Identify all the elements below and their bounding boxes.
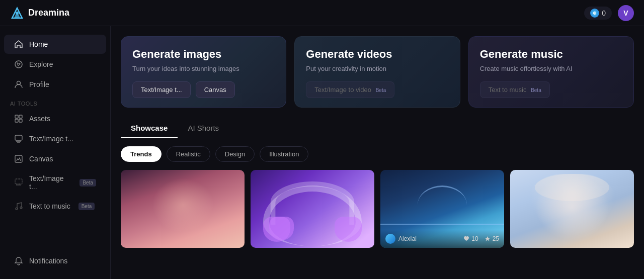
sidebar-item-text-image[interactable]: Text/Image t... [4, 129, 106, 148]
filter-row: Trends Realistic Design Illustration [121, 146, 634, 162]
images-card-title: Generate images [132, 48, 275, 61]
sidebar-profile-label: Profile [29, 80, 49, 88]
gallery-item-1[interactable] [121, 170, 245, 248]
topbar-right: ⊕ 0 V [584, 5, 634, 21]
text-to-music-button[interactable]: Text to music Beta [480, 81, 550, 98]
sidebar-canvas-label: Canvas [29, 155, 53, 163]
text-to-video-button[interactable]: Text/Image to video Beta [306, 81, 394, 98]
images-card-buttons: Text/Image t... Canvas [132, 81, 275, 98]
music-card-title: Generate music [480, 48, 622, 61]
svg-rect-8 [19, 119, 22, 122]
profile-icon [14, 80, 23, 89]
music-card-desc: Create music effortlessly with AI [480, 65, 622, 72]
topbar: Dreamina ⊕ 0 V [0, 0, 644, 26]
videos-card-desc: Put your creativity in motion [306, 65, 448, 72]
text-image2-icon [14, 178, 23, 187]
explore-icon [14, 60, 23, 69]
sidebar: Home Explore Profile AI tools [0, 26, 111, 279]
feature-card-videos: Generate videos Put your creativity in m… [294, 36, 460, 108]
gallery-item-2[interactable] [251, 170, 374, 248]
gallery-overlay-3: AlexIai 10 25 [380, 230, 504, 248]
videos-card-title: Generate videos [306, 48, 448, 61]
filter-illustration[interactable]: Illustration [260, 146, 308, 162]
sidebar-item-notifications[interactable]: Notifications [4, 251, 106, 270]
svg-rect-9 [15, 135, 22, 140]
text-image-beta-badge: Beta [79, 179, 96, 187]
sidebar-text-image-label: Text/Image t... [29, 135, 73, 143]
coin-icon: ⊕ [590, 9, 599, 18]
gallery-stars: 25 [485, 235, 499, 242]
filter-realistic[interactable]: Realistic [167, 146, 210, 162]
sidebar-text-image2-label: Text/Image t... [29, 174, 71, 191]
svg-rect-5 [15, 115, 18, 118]
sidebar-item-canvas[interactable]: Canvas [4, 149, 106, 168]
sidebar-item-explore[interactable]: Explore [4, 55, 106, 74]
main-layout: Home Explore Profile AI tools [0, 26, 644, 279]
gallery-likes: 10 [463, 235, 478, 242]
filter-trends[interactable]: Trends [121, 146, 162, 162]
gallery-item-3[interactable]: AlexIai 10 25 [380, 170, 504, 248]
gallery-grid: AlexIai 10 25 [121, 170, 634, 248]
svg-point-13 [20, 207, 22, 209]
sidebar-notifications-label: Notifications [29, 257, 67, 265]
logo-icon [10, 6, 24, 20]
filter-design[interactable]: Design [215, 146, 255, 162]
heart-icon [463, 236, 469, 242]
svg-rect-11 [15, 179, 22, 184]
feature-cards: Generate images Turn your ideas into stu… [121, 36, 634, 108]
videos-card-buttons: Text/Image to video Beta [306, 81, 448, 98]
home-icon [14, 40, 23, 49]
text-music-beta-badge: Beta [78, 203, 95, 210]
star-icon [485, 236, 491, 242]
svg-rect-7 [15, 119, 18, 122]
sidebar-text-music-label: Text to music [29, 202, 70, 210]
music-icon [14, 202, 23, 211]
sidebar-item-assets[interactable]: Assets [4, 109, 106, 128]
music-card-buttons: Text to music Beta [480, 81, 622, 98]
svg-point-3 [15, 61, 22, 68]
sidebar-item-text-image-beta[interactable]: Text/Image t... Beta [4, 169, 106, 196]
sidebar-item-text-music[interactable]: Text to music Beta [4, 197, 106, 216]
svg-point-12 [16, 208, 18, 210]
text-image-button[interactable]: Text/Image t... [132, 81, 191, 98]
logo[interactable]: Dreamina [10, 6, 69, 20]
avatar[interactable]: V [618, 5, 634, 21]
coin-count: 0 [602, 9, 606, 17]
sidebar-item-home[interactable]: Home [4, 35, 106, 54]
tab-showcase[interactable]: Showcase [121, 120, 178, 138]
svg-rect-10 [15, 155, 22, 162]
text-image-icon [14, 134, 23, 143]
feature-card-music: Generate music Create music effortlessly… [468, 36, 634, 108]
assets-icon [14, 114, 23, 123]
content-area: Generate images Turn your ideas into stu… [111, 26, 644, 279]
sidebar-assets-label: Assets [29, 115, 50, 123]
sidebar-section-label: AI tools [0, 95, 110, 109]
svg-rect-6 [19, 115, 22, 118]
showcase-tabs: Showcase AI Shorts [121, 120, 634, 138]
gallery-item-4[interactable] [510, 170, 634, 248]
canvas-button[interactable]: Canvas [196, 81, 235, 98]
canvas-icon [14, 154, 23, 163]
tab-ai-shorts[interactable]: AI Shorts [178, 120, 229, 138]
sidebar-home-label: Home [29, 40, 48, 48]
svg-point-2 [16, 12, 19, 15]
images-card-desc: Turn your ideas into stunning images [132, 65, 275, 72]
gallery-avatar-3 [385, 234, 395, 244]
gallery-stats-3: 10 25 [463, 235, 499, 242]
gallery-user-3: AlexIai [385, 234, 417, 244]
feature-card-images: Generate images Turn your ideas into stu… [121, 36, 286, 108]
gallery-username-3: AlexIai [398, 235, 417, 242]
sidebar-explore-label: Explore [29, 60, 53, 68]
sidebar-item-profile[interactable]: Profile [4, 75, 106, 94]
bell-icon [14, 256, 23, 265]
coin-badge[interactable]: ⊕ 0 [584, 7, 612, 20]
